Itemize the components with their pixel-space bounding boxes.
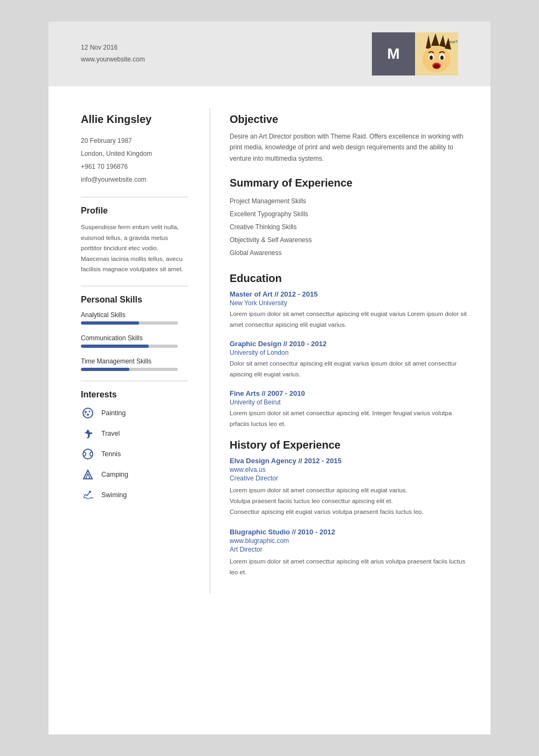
person-name: Allie Kingsley: [81, 113, 188, 126]
resume-page: 12 Nov 2016 www.yourwebsite.com M: [49, 22, 490, 734]
exp-role-1: Creative Director: [230, 475, 469, 482]
contact-info: 20 February 1987 London, United Kingdom …: [81, 134, 188, 186]
interest-camping-label: Camping: [101, 471, 128, 478]
interest-camping: Camping: [81, 468, 188, 482]
skill-analytical-label: Analytical Skills: [81, 311, 188, 319]
summary-list: Project Management Skills Excellent Typo…: [230, 195, 469, 259]
svg-line-19: [88, 437, 89, 438]
edu-school-3: Univerity of Beirut: [230, 398, 469, 406]
exp-company-1: Elva Design Agency // 2012 - 2015: [230, 457, 469, 465]
svg-point-24: [89, 491, 91, 493]
skill-communication-label: Communication Skills: [81, 334, 188, 342]
painting-icon: [81, 406, 95, 420]
edu-degree-3: Fine Arts // 2007 - 2010: [230, 389, 469, 397]
exp-entry-1: Elva Design Agency // 2012 - 2015 www.el…: [230, 457, 469, 517]
svg-text:wuo?!: wuo?!: [447, 39, 458, 44]
avatar-cartoon: wuo?!: [415, 32, 458, 75]
exp-role-2: Art Director: [230, 546, 469, 553]
edu-degree-1: Master of Art // 2012 - 2015: [230, 290, 469, 298]
exp-url-1: www.elva.us: [230, 466, 469, 473]
camping-icon: [81, 468, 95, 482]
person-email: info@yourwebsite.com: [81, 173, 188, 186]
interest-travel-label: Travel: [101, 430, 120, 437]
edu-entry-1: Master of Art // 2012 - 2015 New York Un…: [230, 290, 469, 330]
skill-time-label: Time Management Skills: [81, 358, 188, 365]
interest-travel: Travel: [81, 427, 188, 441]
interest-painting: Painting: [81, 406, 188, 420]
skill-time: Time Management Skills: [81, 358, 188, 371]
history-title: History of Experience: [230, 439, 469, 451]
skill-time-bar: [81, 368, 178, 371]
left-column: Allie Kingsley 20 February 1987 London, …: [49, 108, 210, 594]
divider-3: [81, 381, 188, 381]
edu-school-1: New York University: [230, 299, 469, 307]
skill-analytical-bar: [81, 321, 178, 325]
header-meta: 12 Nov 2016 www.yourwebsite.com: [81, 42, 145, 65]
interest-swimming: Swiming: [81, 488, 188, 502]
header-avatar-area: M: [372, 32, 458, 75]
avatar-initial: M: [372, 32, 415, 75]
skill-communication-fill: [81, 345, 149, 348]
svg-point-17: [85, 414, 86, 415]
svg-point-9: [440, 56, 444, 60]
interest-painting-label: Painting: [101, 409, 126, 417]
header-bar: 12 Nov 2016 www.yourwebsite.com M: [49, 22, 490, 86]
svg-point-14: [85, 411, 87, 413]
right-column: Objective Desire an Art Director positio…: [210, 108, 490, 594]
edu-desc-2: Dolor sit amet consecttur apiscing elit …: [230, 359, 469, 380]
divider-1: [81, 197, 188, 197]
svg-point-20: [83, 449, 93, 459]
edu-degree-2: Graphic Design // 2010 - 2012: [230, 340, 469, 348]
summary-item-4: Objectivity & Self Awareness: [230, 233, 469, 246]
skill-communication: Communication Skills: [81, 334, 188, 348]
svg-point-13: [83, 408, 93, 418]
profile-text: Suspendisse ferm entum velit nulla, euis…: [81, 222, 188, 275]
svg-point-16: [87, 414, 89, 416]
interest-tennis-label: Tennis: [101, 450, 121, 458]
edu-entry-2: Graphic Design // 2010 - 2012 University…: [230, 340, 469, 380]
skill-time-fill: [81, 368, 129, 371]
swimming-icon: [81, 488, 95, 502]
skill-analytical-fill: [81, 321, 139, 325]
person-location: London, United Kingdom: [81, 147, 188, 160]
content-area: Allie Kingsley 20 February 1987 London, …: [49, 86, 490, 615]
exp-desc-2: Lorem ipsum dolor sit amet consecttur ap…: [230, 556, 469, 578]
header-website: www.yourwebsite.com: [81, 54, 145, 66]
edu-school-2: University of London: [230, 349, 469, 356]
exp-url-2: www.blugraphic.com: [230, 537, 469, 545]
objective-title: Objective: [230, 113, 469, 126]
skill-communication-bar: [81, 345, 178, 348]
exp-entry-2: Blugraphic Studio // 2010 - 2012 www.blu…: [230, 528, 469, 578]
person-phone: +961 70 196876: [81, 160, 188, 173]
education-title: Education: [230, 272, 469, 285]
exp-desc-1: Lorem ipsum dolor sit amet consecttur ap…: [230, 485, 469, 517]
svg-point-11: [433, 64, 440, 68]
summary-item-3: Creative Thinking Skills: [230, 221, 469, 233]
summary-title: Summary of Experience: [230, 177, 469, 189]
skills-title: Personal Skills: [81, 295, 188, 305]
edu-desc-3: Lorem ipsum dolor sit amet consecttur ap…: [230, 408, 469, 429]
exp-company-2: Blugraphic Studio // 2010 - 2012: [230, 528, 469, 536]
interest-swimming-label: Swiming: [101, 491, 127, 499]
summary-item-1: Project Management Skills: [230, 195, 469, 208]
divider-2: [81, 286, 188, 286]
interest-tennis: Tennis: [81, 447, 188, 461]
header-date: 12 Nov 2016: [81, 42, 145, 54]
svg-line-18: [87, 437, 88, 438]
summary-item-2: Excellent Typography Skills: [230, 208, 469, 221]
objective-text: Desire an Art Director position with The…: [230, 131, 469, 164]
travel-icon: [81, 427, 95, 441]
skill-analytical: Analytical Skills: [81, 311, 188, 325]
edu-desc-1: Lorem ipsum dolor sit amet consecttur ap…: [230, 309, 469, 330]
svg-point-8: [430, 56, 433, 60]
profile-title: Profile: [81, 206, 188, 216]
tennis-icon: [81, 447, 95, 461]
edu-entry-3: Fine Arts // 2007 - 2010 Univerity of Be…: [230, 389, 469, 429]
person-dob: 20 February 1987: [81, 134, 188, 147]
svg-point-15: [89, 410, 91, 412]
interests-title: Interests: [81, 390, 188, 400]
summary-item-5: Global Awareness: [230, 246, 469, 259]
